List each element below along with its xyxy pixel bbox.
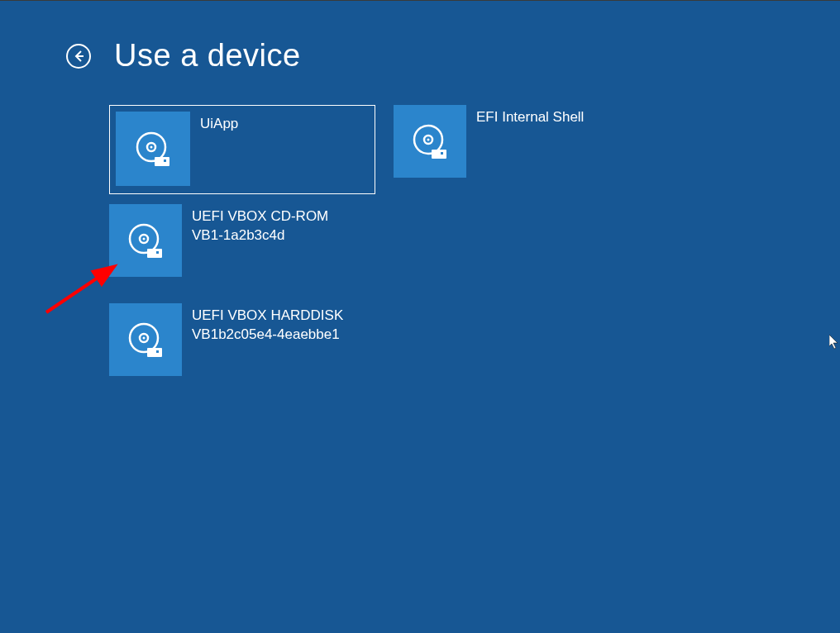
disc-icon [116, 112, 190, 186]
svg-rect-18 [147, 348, 162, 357]
device-label-line1: UEFI VBOX CD-ROM [192, 208, 328, 224]
page-title: Use a device [114, 38, 301, 74]
device-label-line1: EFI Internal Shell [476, 109, 584, 125]
svg-rect-3 [155, 157, 169, 166]
device-tile-uiapp[interactable]: UiApp [109, 105, 375, 194]
device-grid: UiApp EFI Internal Shell [0, 74, 840, 393]
svg-point-12 [143, 238, 146, 240]
svg-point-2 [150, 146, 153, 149]
svg-point-17 [143, 337, 146, 340]
device-label-line2: VB1b2c05e4-4eaebbe1 [192, 326, 343, 345]
disc-icon [109, 303, 182, 376]
header: Use a device [0, 1, 840, 74]
svg-point-7 [427, 139, 430, 141]
disc-icon [109, 204, 182, 277]
device-label: UiApp [190, 112, 238, 134]
svg-rect-9 [441, 152, 443, 155]
device-tile-efi-shell[interactable]: EFI Internal Shell [394, 105, 660, 194]
svg-rect-13 [147, 249, 162, 258]
device-label: UEFI VBOX CD-ROM VB1-1a2b3c4d [182, 204, 328, 245]
device-label-line1: UiApp [200, 116, 238, 131]
empty-cell [394, 204, 660, 293]
device-label-line1: UEFI VBOX HARDDISK [192, 307, 343, 323]
svg-rect-8 [432, 150, 446, 159]
svg-rect-19 [156, 350, 159, 353]
back-arrow-icon [72, 50, 85, 63]
svg-rect-14 [156, 251, 159, 254]
disc-icon [394, 105, 466, 178]
device-tile-cdrom[interactable]: UEFI VBOX CD-ROM VB1-1a2b3c4d [109, 204, 375, 293]
device-label: EFI Internal Shell [466, 105, 584, 127]
device-tile-harddisk[interactable]: UEFI VBOX HARDDISK VB1b2c05e4-4eaebbe1 [109, 303, 375, 393]
svg-rect-4 [164, 159, 166, 162]
device-label: UEFI VBOX HARDDISK VB1b2c05e4-4eaebbe1 [182, 303, 343, 345]
device-label-line2: VB1-1a2b3c4d [192, 226, 328, 245]
back-button[interactable] [66, 44, 91, 69]
